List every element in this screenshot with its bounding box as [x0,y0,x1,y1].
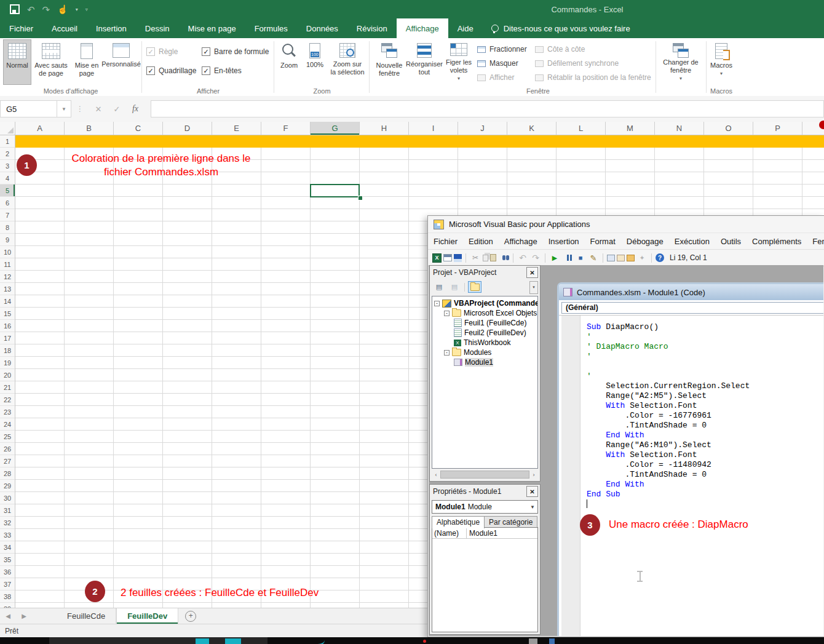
normal-view-button[interactable]: Normal [4,40,31,84]
touch-mode-icon[interactable]: ☝ [57,5,68,14]
row-header-27[interactable]: 27 [0,455,15,467]
object-dropdown[interactable]: (Général) [561,302,823,314]
column-header-E[interactable]: E [212,122,261,135]
insert-function-icon[interactable]: fx [126,104,145,114]
tree-item-feuil2-feuilledev[interactable]: Feuil2 (FeuilleDev) [432,328,537,338]
panel-scroll-button[interactable]: ▾ [529,281,538,294]
unhide-button[interactable]: Afficher [477,71,514,84]
row-header-28[interactable]: 28 [0,467,15,480]
undo-icon[interactable]: ↶ [27,5,35,14]
sheet-nav-right-icon[interactable]: ▶ [16,608,32,624]
select-all-corner[interactable] [0,122,15,135]
row-header-9[interactable]: 9 [0,234,15,246]
row-header-17[interactable]: 17 [0,332,15,344]
enter-icon[interactable]: ✓ [108,105,126,114]
vba-titlebar[interactable]: Microsoft Visual Basic pour Applications [428,216,824,233]
row-header-13[interactable]: 13 [0,283,15,295]
code-line-7[interactable]: Selection.CurrentRegion.Select [587,381,750,391]
vba-menu-format[interactable]: Format [585,237,621,246]
properties-object-selector[interactable]: Module1 Module ▼ [432,500,538,514]
save-icon[interactable] [10,4,20,14]
properties-panel-header[interactable]: Propriétés - Module1 ✕ [430,485,540,498]
page-break-preview-button[interactable]: Avec sauts de page [32,40,70,84]
row-header-6[interactable]: 6 [0,197,15,209]
scroll-left-icon[interactable]: ‹ [432,472,440,478]
row-header-16[interactable]: 16 [0,320,15,332]
scroll-right-icon[interactable]: › [529,472,538,478]
column-header-I[interactable]: I [409,122,458,135]
freeze-panes-button[interactable]: Figer les volets ▾ [443,40,475,84]
name-box-dropdown-icon[interactable]: ▼ [57,100,71,117]
row-header-1[interactable]: 1 [0,135,15,148]
switch-windows-button[interactable]: Changer de fenêtre ▾ [660,40,701,84]
formula-bar-checkbox[interactable]: ✓ Barre de formule [202,47,269,57]
vba-menu-edition[interactable]: Edition [463,237,499,246]
tab-donn-es[interactable]: Données [297,18,347,38]
code-line-14[interactable]: With Selection.Font [587,450,750,460]
tab-dessin[interactable]: Dessin [136,18,179,38]
tree-item-vbaproject-commande[interactable]: -VBAProject (Commande [432,298,537,308]
run-icon[interactable]: ▶ [549,253,560,263]
row-header-29[interactable]: 29 [0,480,15,492]
hide-button[interactable]: Masquer [477,57,518,70]
sheet-tab-feuilledev[interactable]: FeuilleDev [116,608,178,624]
taskbar-logo-icon[interactable] [315,638,325,644]
taskbar-icon[interactable] [196,638,209,644]
row-header-2[interactable]: 2 [0,148,15,160]
sheet-tab-feuillecde[interactable]: FeuilleCde [57,608,116,624]
sheet-nav-left-icon[interactable]: ◀ [0,608,16,624]
vba-menu-outils[interactable]: Outils [715,237,747,246]
collapse-icon[interactable]: - [444,350,450,356]
column-header-A[interactable]: A [15,122,65,135]
tree-item-module1[interactable]: Module1 [432,357,537,367]
code-line-3[interactable]: ' DiapMacro Macro [587,342,750,352]
code-line-16[interactable]: .TintAndShade = 0 [587,470,750,480]
row-header-30[interactable]: 30 [0,492,15,504]
split-button[interactable]: Fractionner [477,43,527,55]
gridlines-checkbox[interactable]: ✓ Quadrillage [146,66,196,76]
paste-icon[interactable] [490,254,496,261]
row-header-22[interactable]: 22 [0,394,15,406]
page-layout-button[interactable]: Mise en page [71,40,102,84]
vba-menu-compl-ments[interactable]: Compléments [747,237,807,246]
column-header-D[interactable]: D [163,122,212,135]
macros-button[interactable]: Macros ▾ [708,40,734,84]
cut-icon[interactable]: ✂ [470,253,481,263]
column-header-B[interactable]: B [65,122,114,135]
column-header-J[interactable]: J [458,122,507,135]
tree-item-microsoft-excel-objets[interactable]: -Microsoft Excel Objets [432,308,537,318]
scrollbar-thumb[interactable] [440,471,529,479]
code-window-titlebar[interactable]: Commandes.xlsm - Module1 (Code) [559,284,823,300]
redo-icon[interactable]: ↷ [530,253,541,263]
vba-menu-affichage[interactable]: Affichage [499,237,543,246]
code-line-6[interactable]: ' [587,372,750,381]
row-header-23[interactable]: 23 [0,406,15,418]
view-code-icon[interactable]: ▤ [432,281,446,293]
new-sheet-button[interactable]: + [178,608,203,624]
new-window-button[interactable]: Nouvelle fenêtre [373,40,406,84]
code-line-18[interactable]: End Sub [587,490,750,499]
tree-item-thisworkbook[interactable]: XThisWorkbook [432,338,537,348]
row-header-35[interactable]: 35 [0,554,15,566]
code-line-8[interactable]: Range("A2:M5").Select [587,391,750,401]
row-header-14[interactable]: 14 [0,295,15,308]
taskbar-icon[interactable] [225,638,241,644]
zoom-button[interactable]: Zoom [277,40,301,84]
pause-icon[interactable] [562,253,573,263]
code-line-11[interactable]: .TintAndShade = 0 [587,421,750,431]
close-icon[interactable]: ✕ [526,267,538,278]
row-header-32[interactable]: 32 [0,517,15,529]
row-header-38[interactable]: 38 [0,590,15,603]
view-object-icon[interactable]: ▤ [448,281,461,293]
code-line-13[interactable]: Range("A6:M10").Select [587,440,750,450]
code-line-5[interactable] [587,362,750,372]
code-window[interactable]: Commandes.xlsm - Module1 (Code) (Général… [557,282,823,636]
redo-icon[interactable]: ↷ [42,5,50,14]
vba-menu-fichier[interactable]: Fichier [428,237,463,246]
row-header-20[interactable]: 20 [0,369,15,381]
row-header-34[interactable]: 34 [0,541,15,554]
code-line-17[interactable]: End With [587,480,750,490]
fill-handle[interactable] [358,196,363,201]
code-editor[interactable]: Sub DiapMacro()'' DiapMacro Macro' ' Sel… [559,316,823,636]
row-header-8[interactable]: 8 [0,221,15,234]
